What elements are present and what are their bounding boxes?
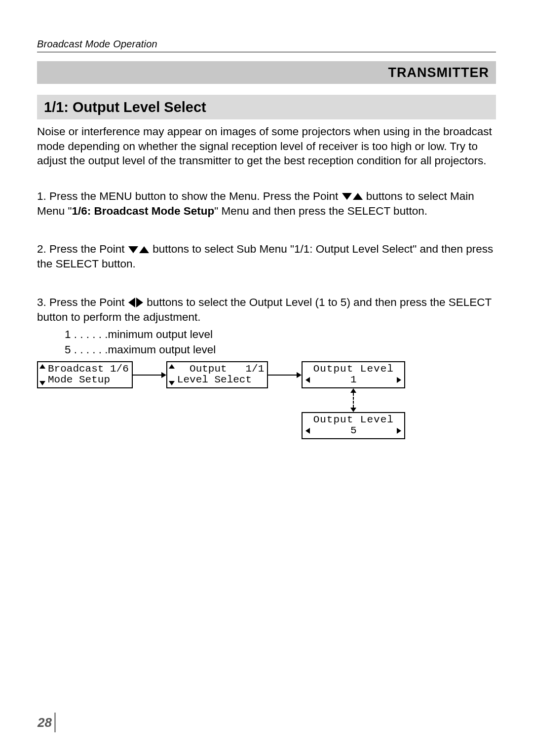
gutter-bar [54,713,56,732]
updown-dashed-connector-icon [350,388,356,412]
step-1: 1. Press the MENU button to show the Men… [37,189,496,218]
right-triangle-icon [397,428,401,434]
arrow-right-icon [268,361,302,388]
menu-flow-diagram: Broadcast 1/6 Mode Setup Output 1/1 Leve… [37,361,496,439]
right-triangle-icon [397,377,401,383]
output-level-box-5: Output Level 5 [302,412,405,439]
down-triangle-icon [342,193,352,200]
step-1-text-c: " Menu and then press the SELECT button. [214,205,427,217]
step-3: 3. Press the Point buttons to select the… [37,295,496,357]
legend-min: 1 . . . . . .minimum output level [65,327,496,342]
step-1-text-a: 1. Press the MENU button to show the Men… [37,190,342,202]
transmitter-badge: TRANSMITTER [37,61,496,84]
step-2-text-a: 2. Press the Point [37,243,128,255]
output-level-title: Output Level [313,364,394,375]
up-triangle-icon [139,246,149,253]
down-triangle-icon [128,246,138,253]
step-1-bold: 1/6: Broadcast Mode Setup [72,205,215,217]
output-level-box-1: Output Level 1 [302,361,405,388]
step-3-text-a: 3. Press the Point [37,296,128,308]
left-triangle-icon [305,377,310,383]
left-triangle-icon [128,298,135,307]
menu-box-1-line-2: Mode Setup [48,375,129,385]
menu-box-2-line-2: Level Select [177,375,264,385]
menu-box-1-line-1: Broadcast 1/6 [48,364,129,375]
menu-box-output-select: Output 1/1 Level Select [166,361,268,388]
section-heading: 1/1: Output Level Select [37,95,496,119]
running-header: Broadcast Mode Operation [37,38,496,52]
menu-box-2-line-1: Output 1/1 [177,364,264,375]
output-level-title: Output Level [313,415,394,425]
output-level-value: 1 [310,375,397,385]
menu-box-updown-icon [167,362,176,387]
output-level-group: Output Level 1 Output Level 5 [302,361,405,439]
legend-max: 5 . . . . . .maximum output level [65,342,496,357]
menu-box-broadcast: Broadcast 1/6 Mode Setup [37,361,133,388]
output-level-value: 5 [310,425,397,436]
step-2: 2. Press the Point buttons to select Sub… [37,242,496,271]
intro-paragraph: Noise or interference may appear on imag… [37,124,496,168]
up-triangle-icon [353,193,363,200]
page: Broadcast Mode Operation TRANSMITTER 1/1… [0,0,533,756]
right-triangle-icon [136,298,143,307]
left-triangle-icon [305,428,310,434]
legend: 1 . . . . . .minimum output level 5 . . … [65,327,496,357]
page-number: 28 [38,715,52,730]
arrow-right-icon [133,361,166,388]
menu-box-updown-icon [38,362,47,387]
